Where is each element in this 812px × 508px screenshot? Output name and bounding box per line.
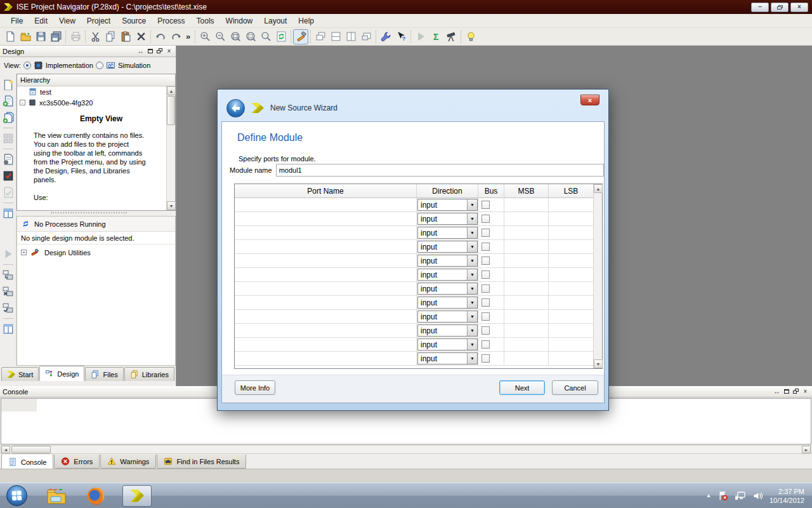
dropdown-arrow-button[interactable]: ▼ — [467, 353, 477, 364]
start-button[interactable] — [6, 485, 27, 506]
msb-cell[interactable] — [504, 296, 549, 309]
lsb-cell[interactable] — [549, 198, 593, 211]
context-help-button[interactable]: ? — [393, 29, 409, 44]
expand-expander[interactable]: + — [21, 250, 27, 255]
menu-item[interactable]: Window — [220, 15, 259, 27]
dropdown-arrow-button[interactable]: ▼ — [467, 227, 477, 238]
redo-button[interactable] — [168, 29, 183, 44]
dropdown-arrow-button[interactable]: ▼ — [467, 269, 477, 280]
menu-item[interactable]: Layout — [258, 15, 292, 27]
direction-select[interactable]: input ▼ — [417, 269, 478, 281]
menu-item[interactable]: Source — [116, 15, 152, 27]
hierarchy-scrollbar[interactable]: ▲ ▼ — [166, 86, 175, 210]
menu-item[interactable]: Tools — [191, 15, 220, 27]
lsb-cell[interactable] — [549, 352, 593, 365]
new-source-side-button[interactable] — [3, 79, 14, 90]
direction-select[interactable]: input ▼ — [417, 213, 478, 225]
tree-item-device[interactable]: - xc3s500e-4fg320 — [17, 97, 175, 108]
direction-select[interactable]: input ▼ — [417, 255, 478, 267]
bus-checkbox[interactable] — [481, 243, 490, 251]
scroll-up-button[interactable]: ▲ — [594, 184, 603, 193]
port-name-cell[interactable] — [235, 226, 417, 239]
direction-select[interactable]: input ▼ — [417, 283, 478, 295]
panel-splitter[interactable] — [51, 212, 127, 213]
zoom-in-button[interactable] — [197, 29, 213, 44]
msb-cell[interactable] — [504, 240, 549, 253]
scroll-up-button[interactable]: ▲ — [167, 86, 176, 95]
settings-wrench-button[interactable] — [378, 29, 393, 44]
add-copy-of-source-button[interactable] — [3, 112, 14, 123]
tab-libraries[interactable]: Libraries — [124, 367, 174, 381]
tab-start[interactable]: Start — [1, 367, 39, 381]
simulation-label[interactable]: Simulation — [118, 62, 150, 69]
bus-checkbox[interactable] — [481, 201, 490, 209]
tile-horizontal-button[interactable] — [328, 29, 343, 44]
analyze-button[interactable] — [443, 29, 459, 44]
tab-find-in-files[interactable]: Find in Files Results — [157, 455, 246, 469]
lsb-cell[interactable] — [549, 310, 593, 323]
explorer-taskbar-icon[interactable] — [46, 486, 67, 505]
chips-button[interactable] — [3, 133, 14, 144]
add-source-button[interactable] — [3, 95, 14, 107]
implementation-radio[interactable] — [23, 62, 31, 69]
port-name-cell[interactable] — [235, 212, 417, 225]
direction-select[interactable]: input ▼ — [417, 338, 478, 351]
bus-checkbox[interactable] — [481, 312, 490, 321]
zoom-fit-button[interactable] — [228, 29, 243, 44]
tab-errors[interactable]: Errors — [54, 455, 100, 469]
direction-select[interactable]: input ▼ — [417, 324, 478, 337]
new-source-button[interactable] — [293, 29, 308, 44]
dropdown-arrow-button[interactable]: ▼ — [467, 311, 477, 322]
bus-checkbox[interactable] — [481, 284, 490, 293]
port-name-cell[interactable] — [235, 198, 417, 211]
dock-button[interactable]: ↔ — [136, 48, 145, 55]
direction-select[interactable]: input ▼ — [417, 297, 478, 309]
dropdown-arrow-button[interactable]: ▼ — [467, 339, 477, 350]
bus-checkbox[interactable] — [481, 326, 490, 335]
refresh-button[interactable] — [273, 29, 289, 44]
column-header-direction[interactable]: Direction — [417, 184, 478, 197]
port-name-cell[interactable] — [235, 296, 417, 309]
stop-process-button[interactable] — [3, 286, 14, 297]
dropdown-arrow-button[interactable]: ▼ — [467, 199, 477, 210]
lsb-cell[interactable] — [549, 338, 593, 351]
tab-warnings[interactable]: Warnings — [100, 455, 156, 469]
tree-item-project[interactable]: test — [17, 86, 175, 97]
dialog-close-button[interactable]: × — [580, 95, 599, 105]
columns-view-button[interactable] — [3, 208, 14, 219]
volume-icon[interactable] — [752, 491, 763, 501]
implementation-label[interactable]: Implementation — [46, 62, 93, 69]
port-name-cell[interactable] — [235, 310, 417, 323]
column-header-lsb[interactable]: LSB — [549, 184, 593, 197]
menu-item[interactable]: Edit — [29, 15, 53, 27]
dropdown-arrow-button[interactable]: ▼ — [467, 255, 477, 266]
port-name-cell[interactable] — [235, 254, 417, 267]
doc-check-button[interactable] — [3, 187, 14, 198]
bus-checkbox[interactable] — [481, 257, 490, 265]
scroll-down-button[interactable]: ▼ — [594, 359, 603, 368]
bus-checkbox[interactable] — [481, 271, 490, 279]
dropdown-arrow-button[interactable]: ▼ — [467, 241, 477, 252]
run-process-button[interactable] — [3, 248, 14, 260]
scrollbar-thumb[interactable] — [167, 96, 175, 125]
process-columns-button[interactable] — [3, 323, 14, 335]
port-name-cell[interactable] — [235, 338, 417, 351]
menu-item[interactable]: Process — [152, 15, 190, 27]
delete-button[interactable] — [133, 29, 148, 44]
direction-select[interactable]: input ▼ — [417, 241, 478, 253]
show-hidden-icons-button[interactable]: ▲ — [706, 493, 711, 498]
close-button[interactable]: × — [790, 3, 808, 12]
tile-vertical-button[interactable] — [343, 29, 358, 44]
menu-item[interactable]: Project — [81, 15, 116, 27]
msb-cell[interactable] — [504, 268, 549, 281]
chip-check-button[interactable] — [3, 170, 14, 182]
port-name-cell[interactable] — [235, 282, 417, 295]
print-button[interactable] — [68, 29, 83, 44]
dropdown-arrow-button[interactable]: ▼ — [467, 325, 477, 336]
close-panel-button[interactable]: × — [165, 48, 173, 55]
maximize-panel-button[interactable] — [146, 48, 154, 55]
menu-item[interactable]: Help — [292, 15, 320, 27]
scroll-right-button[interactable]: ► — [802, 446, 811, 453]
msb-cell[interactable] — [504, 352, 549, 365]
save-button[interactable] — [33, 29, 48, 44]
